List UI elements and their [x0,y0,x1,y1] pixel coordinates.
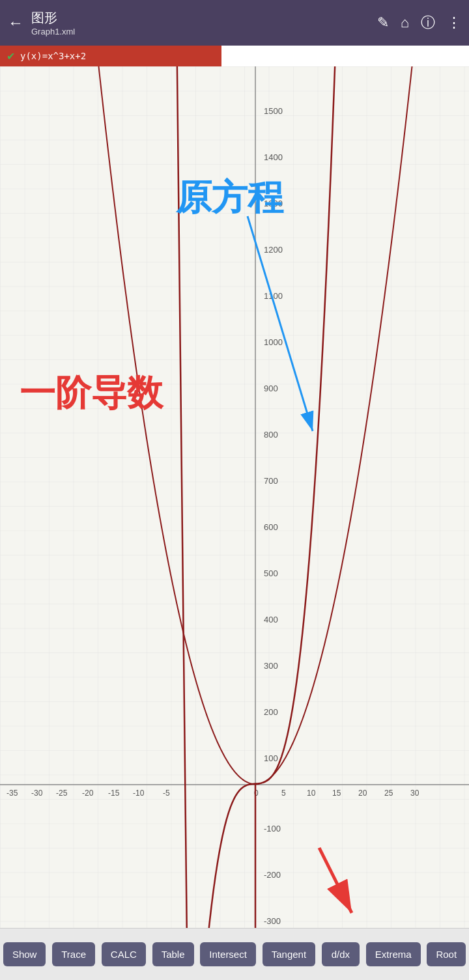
svg-text:100: 100 [264,753,278,763]
table-button[interactable]: Table [152,942,194,966]
svg-text:800: 800 [264,430,278,440]
bottom-toolbar: Show Trace CALC Table Intersect Tangent … [0,928,469,980]
header: ← 图形 Graph1.xml ✎ ⌂ ⓘ ⋮ [0,0,469,46]
svg-text:400: 400 [264,615,278,624]
svg-text:-20: -20 [82,789,94,798]
svg-text:30: 30 [410,789,419,798]
svg-text:15: 15 [332,789,341,798]
trace-button[interactable]: Trace [52,942,95,966]
svg-text:1500: 1500 [264,106,283,116]
svg-text:-10: -10 [133,789,145,798]
svg-text:-35: -35 [7,789,18,798]
svg-text:500: 500 [264,568,278,578]
svg-text:-25: -25 [56,789,68,798]
calc-button[interactable]: CALC [102,942,146,966]
svg-text:-300: -300 [264,916,281,926]
svg-text:-5: -5 [163,789,170,798]
svg-text:1400: 1400 [264,152,283,162]
svg-text:1000: 1000 [264,337,283,347]
svg-text:-200: -200 [264,870,281,880]
header-titles: 图形 Graph1.xml [31,9,377,36]
intersect-button[interactable]: Intersect [200,942,256,966]
svg-text:200: 200 [264,707,278,717]
svg-text:20: 20 [358,789,367,798]
graph-area[interactable]: 1500 1400 1300 1200 1100 1000 900 800 70… [0,66,469,947]
svg-text:600: 600 [264,522,278,532]
svg-text:-30: -30 [31,789,43,798]
home-icon[interactable]: ⌂ [401,14,409,31]
svg-text:900: 900 [264,384,278,393]
show-button[interactable]: Show [3,942,46,966]
app-title: 图形 [31,9,377,27]
svg-text:10: 10 [307,789,316,798]
root-button[interactable]: Root [427,942,466,966]
back-button[interactable]: ← [8,14,23,32]
formula-text: y(x)=x^3+x+2 [20,51,86,61]
edit-icon[interactable]: ✎ [377,14,389,31]
formula-bar: ✔ y(x)=x^3+x+2 [0,46,221,66]
extrema-button[interactable]: Extrema [366,942,421,966]
svg-text:300: 300 [264,661,278,671]
svg-text:原方程: 原方程 [175,177,284,217]
formula-check-icon: ✔ [7,50,15,63]
svg-text:5: 5 [281,789,286,798]
svg-text:25: 25 [384,789,393,798]
svg-text:1200: 1200 [264,245,283,255]
file-subtitle: Graph1.xml [31,27,377,36]
help-icon[interactable]: ⓘ [421,13,435,33]
more-icon[interactable]: ⋮ [447,14,461,31]
svg-text:700: 700 [264,476,278,486]
svg-text:-15: -15 [108,789,120,798]
header-icons: ✎ ⌂ ⓘ ⋮ [377,13,461,33]
svg-text:一阶导数: 一阶导数 [20,372,164,413]
ddx-button[interactable]: d/dx [322,942,360,966]
svg-text:-100: -100 [264,824,281,833]
tangent-button[interactable]: Tangent [263,942,315,966]
graph-canvas: 1500 1400 1300 1200 1100 1000 900 800 70… [0,66,469,947]
